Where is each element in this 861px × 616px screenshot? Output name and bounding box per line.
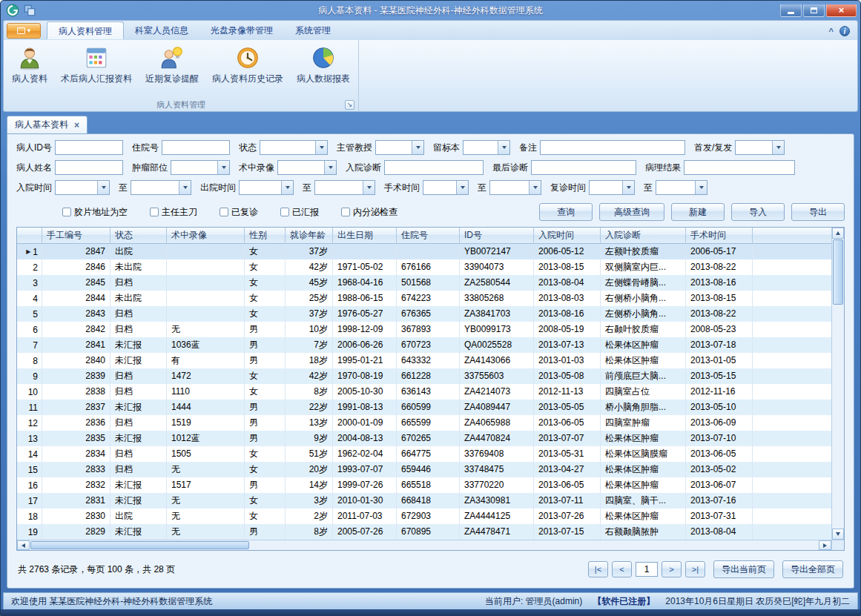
- tab-close-icon[interactable]: ×: [74, 121, 79, 130]
- chevron-down-icon[interactable]: [363, 181, 375, 194]
- horizontal-scrollbar[interactable]: [17, 540, 831, 550]
- prev-page-button[interactable]: <: [612, 561, 632, 577]
- table-row[interactable]: 192829未汇报无男8岁2005-07-26670895ZA447847120…: [17, 524, 831, 540]
- advanced-query-button[interactable]: 高级查询: [599, 203, 664, 221]
- table-row[interactable]: 22846未出院女42岁1971-05-02676166339040732013…: [17, 259, 831, 275]
- filter-combo-specimen[interactable]: [463, 140, 510, 155]
- table-row[interactable]: 92839归档1472女42岁1970-08-19661228337556032…: [17, 368, 831, 384]
- chevron-down-icon[interactable]: [412, 141, 423, 154]
- checkbox-followed-up[interactable]: 已复诊: [220, 206, 258, 219]
- column-header-surgery-date[interactable]: 手术时间: [686, 228, 753, 244]
- patient-report-chart-button[interactable]: 病人数据报表: [290, 42, 357, 87]
- export-current-page-button[interactable]: 导出当前页: [713, 560, 774, 578]
- chevron-down-icon[interactable]: [315, 141, 327, 154]
- column-header-birth-date[interactable]: 出生日期: [333, 228, 397, 244]
- filter-input-final-diagnosis[interactable]: [531, 160, 636, 175]
- table-row[interactable]: 102838归档1110女8岁2005-10-30636143ZA4214073…: [17, 384, 831, 400]
- filter-combo-admission-date-from[interactable]: [55, 180, 110, 195]
- column-header-age-at-visit[interactable]: 就诊年龄: [286, 228, 333, 244]
- postop-report-button[interactable]: 术后病人汇报资料: [54, 42, 139, 87]
- vertical-scroll-track[interactable]: [832, 239, 844, 529]
- vertical-scroll-thumb[interactable]: [833, 239, 843, 305]
- tab-department-staff[interactable]: 科室人员信息: [124, 21, 199, 39]
- table-row[interactable]: 42844未出院女25岁1988-06-15674223338052682013…: [17, 291, 831, 306]
- application-menu-button[interactable]: ▾: [7, 23, 41, 39]
- chevron-down-icon[interactable]: [97, 181, 109, 194]
- filter-combo-professor[interactable]: [375, 140, 424, 155]
- table-row[interactable]: 52843归档女37岁1976-05-27676365ZA38417032013…: [17, 306, 831, 322]
- scroll-left-button[interactable]: [17, 540, 30, 550]
- column-header-gender[interactable]: 性别: [245, 228, 286, 244]
- column-header-admission-date[interactable]: 入院时间: [534, 228, 601, 244]
- scroll-down-button[interactable]: [832, 529, 844, 540]
- dialog-launcher-icon[interactable]: ↘: [345, 100, 354, 110]
- filter-input-patient-name[interactable]: [55, 160, 123, 175]
- table-row[interactable]: 182830出院无女2岁2011-07-03672903ZA4444125201…: [17, 509, 831, 524]
- close-button[interactable]: ×: [826, 4, 857, 17]
- page-number-input[interactable]: [636, 562, 658, 577]
- checkbox-chief-surgeon[interactable]: 主任主刀: [150, 206, 197, 219]
- chevron-down-icon[interactable]: [772, 141, 784, 154]
- column-header-manual-number[interactable]: 手工编号: [42, 228, 110, 244]
- column-header-status[interactable]: 状态: [110, 228, 167, 244]
- patient-history-button[interactable]: 病人资料历史记录: [205, 42, 290, 87]
- table-row[interactable]: 122836归档1519男13岁2000-01-09665599ZA406598…: [17, 415, 831, 431]
- query-button[interactable]: 查询: [539, 203, 593, 221]
- column-header-id-number[interactable]: ID号: [460, 228, 534, 244]
- tab-patient-data-management[interactable]: 病人资料管理: [47, 21, 124, 39]
- filter-input-admission-diagnosis[interactable]: [384, 160, 484, 175]
- chevron-down-icon[interactable]: [456, 181, 468, 194]
- checkbox-reported[interactable]: 已汇报: [280, 206, 319, 219]
- import-button[interactable]: 导入: [731, 203, 785, 221]
- chevron-down-icon[interactable]: [622, 181, 634, 194]
- info-icon[interactable]: i: [839, 26, 850, 36]
- scroll-right-button[interactable]: [819, 540, 831, 550]
- filter-input-pathology-result[interactable]: [684, 160, 795, 175]
- column-header-admission-number[interactable]: 住院号: [397, 228, 460, 244]
- filter-combo-status[interactable]: [260, 140, 328, 155]
- checkbox-endocrine-exam[interactable]: 内分泌检查: [341, 206, 397, 219]
- filter-combo-intraop-video[interactable]: [277, 160, 337, 175]
- maximize-button[interactable]: [803, 4, 825, 17]
- horizontal-scroll-track[interactable]: [30, 540, 819, 550]
- chevron-down-icon[interactable]: [179, 181, 191, 194]
- chevron-down-icon[interactable]: [498, 141, 509, 154]
- chevron-down-icon[interactable]: [281, 181, 293, 194]
- filter-combo-tumor-site[interactable]: [171, 160, 230, 175]
- chevron-down-icon[interactable]: [695, 181, 707, 194]
- new-button[interactable]: 新建: [671, 203, 725, 221]
- patient-data-button[interactable]: 病人资料: [5, 42, 54, 87]
- filter-combo-discharge-date-to[interactable]: [314, 180, 375, 195]
- filter-combo-discharge-date-from[interactable]: [239, 180, 294, 195]
- table-row[interactable]: 32845归档女45岁1968-04-16501568ZA25805442013…: [17, 275, 831, 291]
- ribbon-collapse-icon[interactable]: ^: [829, 27, 834, 36]
- chevron-down-icon[interactable]: [217, 161, 229, 174]
- followup-reminder-button[interactable]: 近期复诊提醒: [139, 42, 205, 87]
- minimize-button[interactable]: [780, 4, 802, 17]
- chevron-down-icon[interactable]: [529, 181, 541, 194]
- filter-input-remarks[interactable]: [540, 140, 685, 155]
- tab-disc-video-management[interactable]: 光盘录像带管理: [199, 21, 284, 39]
- app-logo-icon[interactable]: [6, 4, 19, 17]
- table-row[interactable]: 152833归档无女20岁1993-07-0765944633748475201…: [17, 462, 831, 477]
- filter-combo-first-or-recurrence[interactable]: [735, 140, 785, 155]
- filter-combo-followup-date-to[interactable]: [656, 180, 707, 195]
- column-header-admission-diagnosis[interactable]: 入院诊断: [601, 228, 686, 244]
- column-header-row-indicator[interactable]: [17, 228, 42, 244]
- checkbox-film-address-empty[interactable]: 胶片地址为空: [62, 206, 128, 219]
- tab-patient-basic-data[interactable]: 病人基本资料 ×: [7, 116, 88, 133]
- horizontal-scroll-thumb[interactable]: [30, 541, 249, 549]
- first-page-button[interactable]: |<: [588, 561, 608, 577]
- quick-access-icon[interactable]: [23, 4, 36, 17]
- export-button[interactable]: 导出: [791, 203, 845, 221]
- filter-combo-surgery-date-from[interactable]: [423, 180, 469, 195]
- filter-input-patient-id[interactable]: [55, 140, 123, 155]
- last-page-button[interactable]: >|: [685, 561, 705, 577]
- table-row[interactable]: 172831未汇报无女3岁2010-01-30668418ZA343098120…: [17, 493, 831, 509]
- table-row[interactable]: 62842归档无男10岁1998-12-09367893YB0099173200…: [17, 322, 831, 337]
- tab-system-management[interactable]: 系统管理: [284, 21, 342, 39]
- scroll-up-button[interactable]: [832, 228, 844, 239]
- table-row[interactable]: 162832未汇报1517男14岁1999-07-266655183377022…: [17, 477, 831, 493]
- table-row[interactable]: 82840未汇报有男18岁1995-01-21643332ZA414306620…: [17, 353, 831, 368]
- table-row[interactable]: 132835未汇报1012蓝男9岁2004-08-13670265ZA44708…: [17, 431, 831, 446]
